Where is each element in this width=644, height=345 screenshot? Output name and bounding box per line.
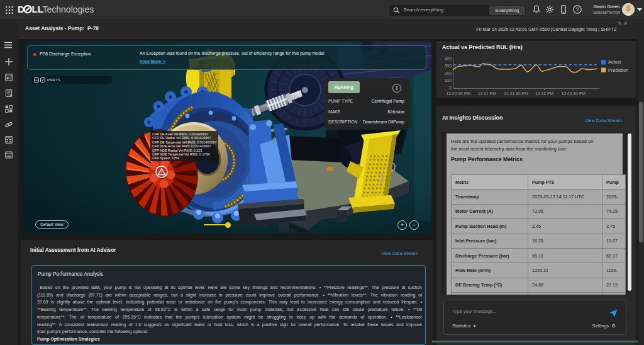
svg-text:Prediction: Prediction: [608, 67, 628, 73]
svg-text:LL: LL: [32, 4, 43, 14]
svg-text:12:40:30 PM: 12:40:30 PM: [446, 91, 470, 96]
svg-text:200: 200: [445, 71, 452, 76]
svg-text:400: 400: [445, 57, 452, 61]
svg-text:0: 0: [449, 86, 452, 90]
svg-text:100: 100: [445, 78, 452, 82]
svg-text:12:42 PM: 12:42 PM: [535, 91, 553, 96]
svg-text:12:42:30 PM: 12:42:30 PM: [561, 91, 586, 96]
svg-text:12:41 PM: 12:41 PM: [478, 91, 496, 96]
svg-text:Technologies: Technologies: [43, 4, 94, 14]
svg-text:300: 300: [445, 64, 452, 68]
svg-text:?: ?: [576, 6, 579, 13]
svg-text:Actual: Actual: [608, 59, 621, 65]
svg-text:12:41:30 PM: 12:41:30 PM: [504, 91, 528, 96]
